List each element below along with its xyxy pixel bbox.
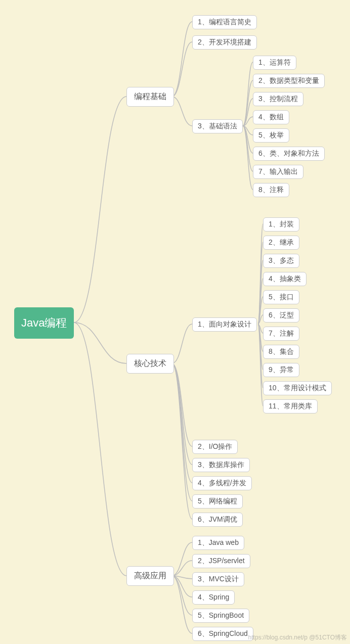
leaf-node[interactable]: 9、异常 <box>263 363 299 377</box>
leaf-node[interactable]: 10、常用设计模式 <box>263 381 332 395</box>
topic-node[interactable]: 2、开发环境搭建 <box>192 35 257 50</box>
leaf-node[interactable]: 5、接口 <box>263 290 299 304</box>
topic-node[interactable]: 1、编程语言简史 <box>192 15 257 29</box>
leaf-node[interactable]: 2、数据类型和变量 <box>253 74 325 88</box>
leaf-node[interactable]: 6、泛型 <box>263 308 299 323</box>
topic-node[interactable]: 3、数据库操作 <box>192 458 250 472</box>
leaf-node[interactable]: 1、运算符 <box>253 56 296 70</box>
leaf-node[interactable]: 1、封装 <box>263 217 299 232</box>
leaf-node[interactable]: 8、集合 <box>263 345 299 359</box>
topic-node[interactable]: 2、JSP/servlet <box>192 554 250 568</box>
leaf-node[interactable]: 6、类、对象和方法 <box>253 147 325 161</box>
topic-node[interactable]: 6、JVM调优 <box>192 513 243 527</box>
topic-node[interactable]: 2、I/O操作 <box>192 440 238 454</box>
leaf-node[interactable]: 3、多态 <box>263 254 299 268</box>
branch-core-tech[interactable]: 核心技术 <box>126 354 174 374</box>
leaf-node[interactable]: 2、继承 <box>263 236 299 250</box>
leaf-node[interactable]: 8、注释 <box>253 183 289 197</box>
leaf-node[interactable]: 5、枚举 <box>253 128 289 143</box>
topic-node[interactable]: 4、多线程/并发 <box>192 476 252 490</box>
topic-node[interactable]: 6、SpringCloud <box>192 627 253 641</box>
topic-node[interactable]: 5、网络编程 <box>192 494 243 509</box>
topic-node[interactable]: 5、SpringBoot <box>192 609 249 623</box>
leaf-node[interactable]: 4、抽象类 <box>263 272 307 286</box>
topic-node[interactable]: 4、Spring <box>192 590 235 605</box>
leaf-node[interactable]: 7、注解 <box>263 327 299 341</box>
topic-node[interactable]: 3、基础语法 <box>192 119 243 133</box>
branch-programming-basics[interactable]: 编程基础 <box>126 87 174 107</box>
root-node[interactable]: Java编程 <box>14 307 74 339</box>
leaf-node[interactable]: 11、常用类库 <box>263 399 318 413</box>
leaf-node[interactable]: 7、输入输出 <box>253 165 303 179</box>
leaf-node[interactable]: 3、控制流程 <box>253 92 303 106</box>
leaf-node[interactable]: 4、数组 <box>253 110 289 124</box>
watermark-text: https://blog.csdn.net/p @51CTO博客 <box>248 633 347 642</box>
topic-node[interactable]: 1、面向对象设计 <box>192 317 257 332</box>
topic-node[interactable]: 1、Java web <box>192 536 244 550</box>
topic-node[interactable]: 3、MVC设计 <box>192 572 244 586</box>
branch-advanced-app[interactable]: 高级应用 <box>126 566 174 586</box>
